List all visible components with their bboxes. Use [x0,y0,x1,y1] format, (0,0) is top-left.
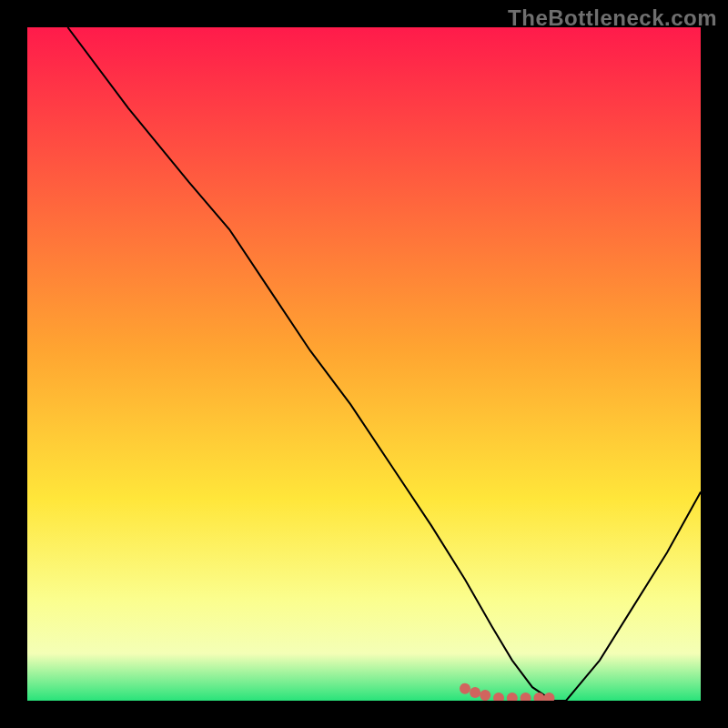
gradient-background [27,27,701,701]
highlight-dot [460,683,470,694]
watermark-text: TheBottleneck.com [508,5,717,31]
chart-frame [27,27,701,701]
bottleneck-chart [27,27,701,701]
highlight-dot [470,687,480,698]
highlight-dot [480,690,490,701]
